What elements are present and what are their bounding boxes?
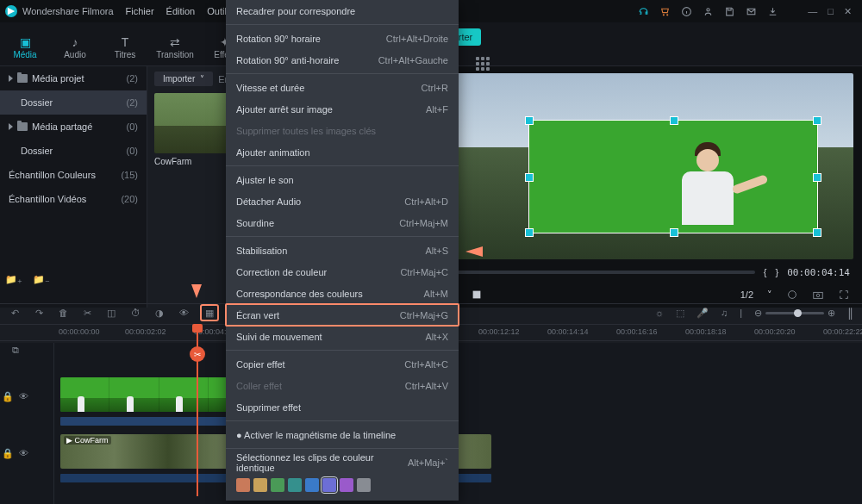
fullscreen-icon[interactable] (838, 289, 850, 301)
info-icon[interactable] (681, 6, 692, 17)
lock-icon[interactable]: 🔒 (2, 448, 14, 459)
mic-icon[interactable]: 🎤 (696, 308, 709, 319)
sidebar-item-folder[interactable]: Dossier(2) (0, 90, 147, 115)
timeline-options-icon[interactable]: ∥ (847, 306, 853, 320)
context-menu-item[interactable]: SourdineCtrl+Maj+M (226, 212, 459, 233)
tab-media[interactable]: ▣Média (0, 29, 50, 59)
save-icon[interactable] (724, 6, 735, 17)
resize-handle[interactable] (813, 228, 821, 237)
snap-icon[interactable]: ⧉ (12, 345, 28, 360)
window-max[interactable]: □ (828, 6, 834, 16)
context-menu-item[interactable]: Copier effetCtrl+Alt+C (226, 353, 459, 375)
resize-handle[interactable] (525, 173, 534, 182)
delete-folder-icon[interactable]: 📁₋ (33, 274, 50, 285)
cut-icon[interactable]: ✂ (81, 307, 93, 319)
eye-icon[interactable]: 👁 (178, 307, 190, 319)
window-min[interactable]: — (808, 6, 817, 16)
zoom-in-icon[interactable]: ⊕ (828, 308, 835, 319)
headset-icon[interactable] (638, 6, 649, 17)
context-menu-item[interactable]: Recadrer pour correspondre (226, 0, 459, 22)
context-menu-item[interactable]: Correction de couleurCtrl+Maj+C (226, 261, 459, 283)
camera-icon[interactable] (812, 289, 824, 301)
tab-audio[interactable]: ♪Audio (50, 29, 100, 59)
cart-icon[interactable] (659, 6, 671, 17)
scissors-icon[interactable]: ✂ (190, 346, 205, 362)
context-menu-item[interactable]: Ajouter arrêt sur imageAlt+F (226, 98, 459, 120)
context-menu-item[interactable]: StabilisationAlt+S (226, 240, 459, 261)
marker-icon[interactable]: ☼ (655, 308, 664, 318)
import-dropdown[interactable]: Importer˅ (154, 72, 213, 86)
resize-handle[interactable] (670, 116, 678, 125)
speed-icon[interactable]: ⏱ (129, 307, 141, 319)
sidebar-item-folder2[interactable]: Dossier(0) (0, 139, 147, 163)
context-menu-item[interactable]: Correspondance des couleursAlt+M (226, 283, 459, 304)
menu-file[interactable]: Fichier (126, 6, 154, 16)
color-swatch[interactable] (322, 478, 336, 492)
window-close[interactable]: ✕ (844, 6, 852, 17)
delete-icon[interactable]: 🗑 (57, 307, 69, 319)
resize-handle[interactable] (525, 116, 534, 125)
user-icon[interactable] (703, 6, 714, 17)
undo-icon[interactable]: ↶ (9, 307, 21, 319)
tab-titles[interactable]: TTitres (100, 29, 150, 59)
stop-icon[interactable] (471, 289, 483, 301)
sidebar-item-sample-videos[interactable]: Échantillon Vidéos(20) (0, 187, 147, 211)
track-head: 🔒👁 (2, 377, 50, 415)
menu-edit[interactable]: Édition (166, 6, 196, 16)
crop-icon[interactable]: ◫ (105, 307, 117, 319)
mark-in[interactable]: { (764, 267, 767, 277)
color-swatch[interactable] (357, 478, 371, 492)
resize-handle[interactable] (525, 228, 534, 237)
tab-transition[interactable]: ⇄Transition (150, 29, 200, 59)
context-menu-item[interactable]: Rotation 90° anti-horaireCtrl+Alt+Gauche (226, 49, 459, 71)
context-menu-item[interactable]: Ajouter animation (226, 141, 459, 163)
record-icon[interactable]: ⬚ (676, 308, 684, 319)
green-screen-tool[interactable]: ▦ (202, 306, 217, 320)
context-menu-item[interactable]: Détacher AudioCtrl+Alt+D (226, 190, 459, 212)
eye-icon[interactable]: 👁 (19, 391, 28, 401)
mark-out[interactable]: } (775, 267, 778, 277)
ruler-tick: 00:00:12:12 (478, 327, 520, 336)
redo-icon[interactable]: ↷ (33, 307, 45, 319)
context-menu-item[interactable]: Suivi de mouvementAlt+X (226, 326, 459, 347)
ruler-tick: 00:00:02:02 (125, 327, 166, 336)
sidebar-item-shared[interactable]: Média partagé(0) (0, 115, 147, 139)
new-folder-icon[interactable]: 📁₊ (5, 274, 22, 285)
color-swatch[interactable] (305, 478, 319, 492)
color-swatch[interactable] (253, 478, 267, 492)
context-menu-item[interactable]: Écran vertCtrl+Maj+G (226, 304, 459, 326)
color-swatch[interactable] (288, 478, 302, 492)
context-menu-item[interactable]: ● Activer le magnétisme de la timeline (226, 424, 459, 445)
mixer-icon[interactable]: ♫ (721, 308, 728, 318)
color-swatch[interactable] (236, 478, 250, 492)
sidebar-item-sample-colors[interactable]: Échantillon Couleurs(15) (0, 163, 147, 187)
track-header-column: ⧉ (0, 343, 54, 504)
resize-handle[interactable] (813, 116, 821, 125)
sidebar-item-project[interactable]: Média projet(2) (0, 66, 147, 90)
context-menu-item[interactable]: Supprimer effet (226, 396, 459, 418)
grid-view-button[interactable] (476, 57, 491, 72)
context-menu-item[interactable]: Vitesse et duréeCtrl+R (226, 77, 459, 98)
green-screen-overlay[interactable] (528, 120, 818, 233)
zoom-out-icon[interactable]: ⊖ (754, 308, 762, 319)
eye-icon[interactable]: 👁 (19, 448, 28, 458)
chevron-down-icon[interactable]: ˅ (767, 289, 772, 301)
mail-icon[interactable] (746, 6, 757, 17)
color-swatch[interactable] (271, 478, 284, 492)
color-swatch[interactable] (340, 478, 353, 492)
context-menu-item[interactable]: Sélectionnez les clips de couleur identi… (226, 451, 459, 473)
context-menu: Recadrer pour correspondreRotation 90° h… (226, 0, 459, 501)
preview-time: 00:00:04:14 (787, 267, 850, 278)
color-icon[interactable]: ◑ (153, 307, 166, 319)
context-menu-item[interactable]: Ajuster le son (226, 169, 459, 190)
preview-video[interactable] (390, 73, 853, 259)
timeline-zoom[interactable]: ⊖⊕ (754, 308, 835, 319)
playhead[interactable]: ✂ (197, 324, 198, 496)
ruler-tick: 00:00:14:14 (547, 327, 589, 336)
lock-icon[interactable]: 🔒 (2, 391, 14, 402)
ruler-tick: 00:00:00:00 (59, 327, 100, 336)
context-menu-item[interactable]: Rotation 90° horaireCtrl+Alt+Droite (226, 28, 459, 49)
download-icon[interactable] (767, 6, 778, 17)
resize-handle[interactable] (813, 173, 821, 182)
capture-icon[interactable] (786, 289, 798, 301)
